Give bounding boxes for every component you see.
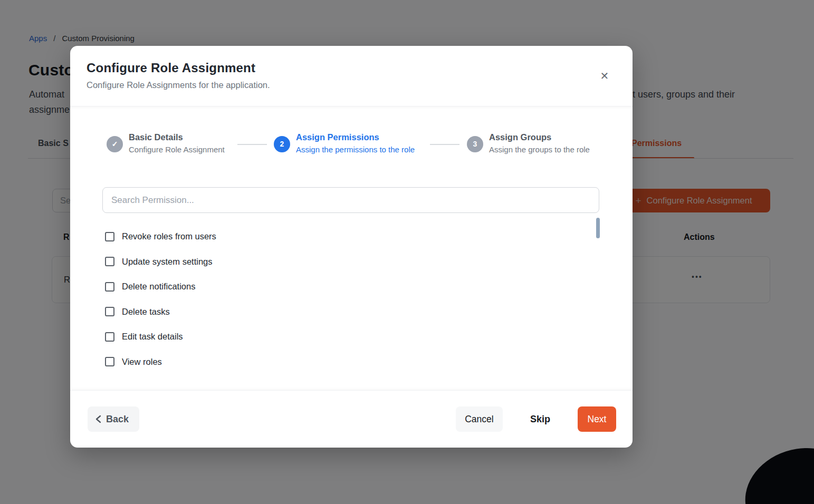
step-label: Assign Groups bbox=[489, 132, 590, 143]
chevron-left-icon bbox=[95, 415, 102, 423]
wizard-stepper: ✓ Basic Details Configure Role Assignmen… bbox=[70, 129, 633, 160]
permission-label: Update system settings bbox=[122, 257, 213, 267]
permission-item[interactable]: Revoke roles from users bbox=[102, 224, 596, 249]
scrollbar-thumb[interactable] bbox=[596, 218, 600, 238]
step-number-badge: 3 bbox=[467, 136, 483, 152]
step-label: Basic Details bbox=[129, 132, 225, 143]
permission-item[interactable]: View roles bbox=[102, 350, 596, 375]
skip-button[interactable]: Skip bbox=[527, 406, 553, 432]
modal-footer: Back Cancel Skip Next bbox=[70, 390, 633, 448]
step-sublabel: Assign the groups to the role bbox=[489, 143, 590, 156]
modal-title: Configure Role Assignment bbox=[87, 61, 255, 75]
step-connector bbox=[237, 144, 267, 145]
back-button[interactable]: Back bbox=[88, 406, 139, 432]
permission-label: Edit task details bbox=[122, 332, 183, 342]
step-assign-groups[interactable]: 3 Assign Groups Assign the groups to the… bbox=[467, 129, 590, 159]
step-sublabel: Assign the permissions to the role bbox=[296, 143, 415, 156]
checkbox[interactable] bbox=[105, 232, 114, 241]
step-label: Assign Permissions bbox=[296, 132, 415, 143]
back-button-label: Back bbox=[106, 414, 129, 425]
permission-label: Delete notifications bbox=[122, 282, 195, 292]
permission-item[interactable]: Delete notifications bbox=[102, 274, 596, 299]
check-icon: ✓ bbox=[107, 136, 123, 152]
permission-label: View roles bbox=[122, 357, 162, 367]
modal-subtitle: Configure Role Assignments for the appli… bbox=[87, 80, 270, 90]
checkbox[interactable] bbox=[105, 357, 114, 366]
permission-label: Delete tasks bbox=[122, 307, 170, 317]
step-basic-details[interactable]: ✓ Basic Details Configure Role Assignmen… bbox=[107, 129, 225, 159]
cancel-button[interactable]: Cancel bbox=[456, 406, 503, 432]
permission-item[interactable]: Delete tasks bbox=[102, 299, 596, 325]
step-connector bbox=[430, 144, 459, 145]
checkbox[interactable] bbox=[105, 307, 114, 316]
step-assign-permissions[interactable]: 2 Assign Permissions Assign the permissi… bbox=[274, 129, 415, 159]
step-sublabel: Configure Role Assignment bbox=[129, 143, 225, 156]
permission-item[interactable]: Edit task details bbox=[102, 324, 596, 350]
permission-item[interactable]: Update system settings bbox=[102, 249, 596, 275]
next-button[interactable]: Next bbox=[578, 406, 616, 432]
footer-right-actions: Cancel Skip Next bbox=[456, 406, 616, 432]
search-permission-input[interactable] bbox=[102, 187, 599, 213]
checkbox[interactable] bbox=[105, 257, 114, 266]
modal-header: Configure Role Assignment Configure Role… bbox=[70, 46, 633, 106]
configure-role-assignment-modal: Configure Role Assignment Configure Role… bbox=[70, 46, 633, 448]
checkbox[interactable] bbox=[105, 282, 114, 292]
permission-label: Revoke roles from users bbox=[122, 231, 216, 241]
checkbox[interactable] bbox=[105, 332, 114, 342]
close-icon[interactable]: ✕ bbox=[598, 69, 611, 83]
permission-list: Revoke roles from users Update system se… bbox=[102, 224, 596, 374]
step-number-badge: 2 bbox=[274, 136, 290, 152]
